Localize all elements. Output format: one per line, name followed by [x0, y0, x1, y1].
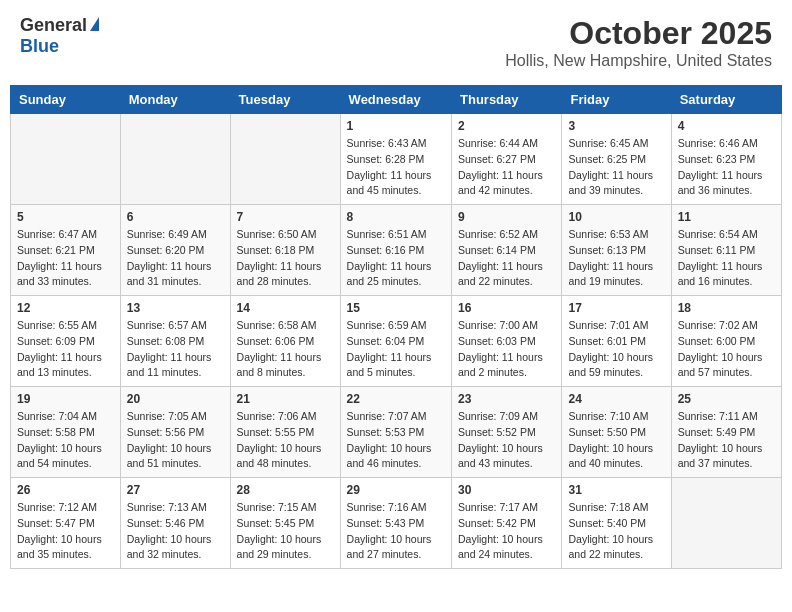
day-number: 19 [17, 392, 114, 406]
day-info: Sunrise: 7:06 AM Sunset: 5:55 PM Dayligh… [237, 409, 334, 472]
day-number: 22 [347, 392, 445, 406]
day-number: 2 [458, 119, 555, 133]
calendar-day-cell: 29Sunrise: 7:16 AM Sunset: 5:43 PM Dayli… [340, 478, 451, 569]
calendar-day-cell [11, 114, 121, 205]
calendar-day-cell: 25Sunrise: 7:11 AM Sunset: 5:49 PM Dayli… [671, 387, 781, 478]
calendar-day-cell: 24Sunrise: 7:10 AM Sunset: 5:50 PM Dayli… [562, 387, 671, 478]
calendar-day-cell: 28Sunrise: 7:15 AM Sunset: 5:45 PM Dayli… [230, 478, 340, 569]
day-number: 16 [458, 301, 555, 315]
day-number: 29 [347, 483, 445, 497]
day-info: Sunrise: 6:47 AM Sunset: 6:21 PM Dayligh… [17, 227, 114, 290]
calendar-day-cell: 5Sunrise: 6:47 AM Sunset: 6:21 PM Daylig… [11, 205, 121, 296]
day-number: 28 [237, 483, 334, 497]
day-info: Sunrise: 7:17 AM Sunset: 5:42 PM Dayligh… [458, 500, 555, 563]
calendar-day-cell: 26Sunrise: 7:12 AM Sunset: 5:47 PM Dayli… [11, 478, 121, 569]
calendar-table: SundayMondayTuesdayWednesdayThursdayFrid… [10, 85, 782, 569]
day-number: 27 [127, 483, 224, 497]
weekday-header-sunday: Sunday [11, 86, 121, 114]
day-info: Sunrise: 6:43 AM Sunset: 6:28 PM Dayligh… [347, 136, 445, 199]
day-number: 11 [678, 210, 775, 224]
calendar-week-row: 19Sunrise: 7:04 AM Sunset: 5:58 PM Dayli… [11, 387, 782, 478]
day-number: 4 [678, 119, 775, 133]
day-info: Sunrise: 6:59 AM Sunset: 6:04 PM Dayligh… [347, 318, 445, 381]
calendar-day-cell: 22Sunrise: 7:07 AM Sunset: 5:53 PM Dayli… [340, 387, 451, 478]
calendar-day-cell [120, 114, 230, 205]
calendar-day-cell: 16Sunrise: 7:00 AM Sunset: 6:03 PM Dayli… [452, 296, 562, 387]
day-number: 23 [458, 392, 555, 406]
day-info: Sunrise: 6:51 AM Sunset: 6:16 PM Dayligh… [347, 227, 445, 290]
calendar-day-cell: 2Sunrise: 6:44 AM Sunset: 6:27 PM Daylig… [452, 114, 562, 205]
weekday-header-thursday: Thursday [452, 86, 562, 114]
day-info: Sunrise: 6:58 AM Sunset: 6:06 PM Dayligh… [237, 318, 334, 381]
calendar-day-cell: 19Sunrise: 7:04 AM Sunset: 5:58 PM Dayli… [11, 387, 121, 478]
calendar-day-cell: 10Sunrise: 6:53 AM Sunset: 6:13 PM Dayli… [562, 205, 671, 296]
logo: General Blue [20, 15, 99, 57]
day-info: Sunrise: 6:46 AM Sunset: 6:23 PM Dayligh… [678, 136, 775, 199]
day-number: 7 [237, 210, 334, 224]
calendar-day-cell [671, 478, 781, 569]
calendar-day-cell: 4Sunrise: 6:46 AM Sunset: 6:23 PM Daylig… [671, 114, 781, 205]
day-info: Sunrise: 6:45 AM Sunset: 6:25 PM Dayligh… [568, 136, 664, 199]
day-info: Sunrise: 7:18 AM Sunset: 5:40 PM Dayligh… [568, 500, 664, 563]
day-info: Sunrise: 6:54 AM Sunset: 6:11 PM Dayligh… [678, 227, 775, 290]
day-info: Sunrise: 7:04 AM Sunset: 5:58 PM Dayligh… [17, 409, 114, 472]
calendar-day-cell: 11Sunrise: 6:54 AM Sunset: 6:11 PM Dayli… [671, 205, 781, 296]
day-info: Sunrise: 7:00 AM Sunset: 6:03 PM Dayligh… [458, 318, 555, 381]
calendar-day-cell: 23Sunrise: 7:09 AM Sunset: 5:52 PM Dayli… [452, 387, 562, 478]
day-number: 18 [678, 301, 775, 315]
day-info: Sunrise: 7:01 AM Sunset: 6:01 PM Dayligh… [568, 318, 664, 381]
day-info: Sunrise: 7:16 AM Sunset: 5:43 PM Dayligh… [347, 500, 445, 563]
weekday-header-friday: Friday [562, 86, 671, 114]
day-info: Sunrise: 6:44 AM Sunset: 6:27 PM Dayligh… [458, 136, 555, 199]
calendar-day-cell: 17Sunrise: 7:01 AM Sunset: 6:01 PM Dayli… [562, 296, 671, 387]
calendar-day-cell: 20Sunrise: 7:05 AM Sunset: 5:56 PM Dayli… [120, 387, 230, 478]
calendar-day-cell: 27Sunrise: 7:13 AM Sunset: 5:46 PM Dayli… [120, 478, 230, 569]
day-number: 14 [237, 301, 334, 315]
day-number: 24 [568, 392, 664, 406]
day-info: Sunrise: 7:12 AM Sunset: 5:47 PM Dayligh… [17, 500, 114, 563]
day-info: Sunrise: 6:53 AM Sunset: 6:13 PM Dayligh… [568, 227, 664, 290]
calendar-day-cell: 18Sunrise: 7:02 AM Sunset: 6:00 PM Dayli… [671, 296, 781, 387]
day-info: Sunrise: 6:49 AM Sunset: 6:20 PM Dayligh… [127, 227, 224, 290]
weekday-header-monday: Monday [120, 86, 230, 114]
logo-triangle-icon [90, 17, 99, 31]
day-info: Sunrise: 6:55 AM Sunset: 6:09 PM Dayligh… [17, 318, 114, 381]
day-number: 8 [347, 210, 445, 224]
calendar-day-cell: 8Sunrise: 6:51 AM Sunset: 6:16 PM Daylig… [340, 205, 451, 296]
calendar-day-cell: 3Sunrise: 6:45 AM Sunset: 6:25 PM Daylig… [562, 114, 671, 205]
month-title: October 2025 [505, 15, 772, 52]
day-info: Sunrise: 7:10 AM Sunset: 5:50 PM Dayligh… [568, 409, 664, 472]
calendar-day-cell: 15Sunrise: 6:59 AM Sunset: 6:04 PM Dayli… [340, 296, 451, 387]
logo-general-text: General [20, 15, 87, 36]
day-number: 13 [127, 301, 224, 315]
day-info: Sunrise: 6:50 AM Sunset: 6:18 PM Dayligh… [237, 227, 334, 290]
day-number: 20 [127, 392, 224, 406]
day-number: 12 [17, 301, 114, 315]
calendar-day-cell: 12Sunrise: 6:55 AM Sunset: 6:09 PM Dayli… [11, 296, 121, 387]
logo-blue-text: Blue [20, 36, 59, 56]
calendar-week-row: 12Sunrise: 6:55 AM Sunset: 6:09 PM Dayli… [11, 296, 782, 387]
day-number: 21 [237, 392, 334, 406]
page-header: General Blue October 2025 Hollis, New Ha… [10, 10, 782, 75]
weekday-header-wednesday: Wednesday [340, 86, 451, 114]
calendar-day-cell: 1Sunrise: 6:43 AM Sunset: 6:28 PM Daylig… [340, 114, 451, 205]
calendar-day-cell: 13Sunrise: 6:57 AM Sunset: 6:08 PM Dayli… [120, 296, 230, 387]
day-number: 5 [17, 210, 114, 224]
day-info: Sunrise: 7:15 AM Sunset: 5:45 PM Dayligh… [237, 500, 334, 563]
day-number: 17 [568, 301, 664, 315]
location-subtitle: Hollis, New Hampshire, United States [505, 52, 772, 70]
day-info: Sunrise: 6:57 AM Sunset: 6:08 PM Dayligh… [127, 318, 224, 381]
day-number: 30 [458, 483, 555, 497]
calendar-day-cell: 14Sunrise: 6:58 AM Sunset: 6:06 PM Dayli… [230, 296, 340, 387]
calendar-week-row: 1Sunrise: 6:43 AM Sunset: 6:28 PM Daylig… [11, 114, 782, 205]
weekday-header-saturday: Saturday [671, 86, 781, 114]
calendar-header-row: SundayMondayTuesdayWednesdayThursdayFrid… [11, 86, 782, 114]
calendar-day-cell: 21Sunrise: 7:06 AM Sunset: 5:55 PM Dayli… [230, 387, 340, 478]
day-number: 1 [347, 119, 445, 133]
day-number: 3 [568, 119, 664, 133]
calendar-week-row: 26Sunrise: 7:12 AM Sunset: 5:47 PM Dayli… [11, 478, 782, 569]
day-number: 25 [678, 392, 775, 406]
day-number: 31 [568, 483, 664, 497]
calendar-week-row: 5Sunrise: 6:47 AM Sunset: 6:21 PM Daylig… [11, 205, 782, 296]
day-info: Sunrise: 7:05 AM Sunset: 5:56 PM Dayligh… [127, 409, 224, 472]
